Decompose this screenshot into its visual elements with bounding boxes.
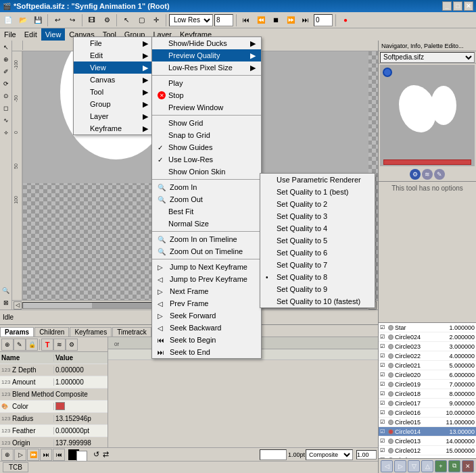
circle-list-item[interactable]: ☑Circle0215.000000 xyxy=(379,361,476,370)
open-button[interactable]: 📂 xyxy=(16,14,30,27)
circle-checkbox[interactable]: ☑ xyxy=(380,343,387,349)
rotate-icon[interactable]: ↺ xyxy=(93,450,99,459)
param-value[interactable]: Composite xyxy=(54,391,108,398)
tcb-tab[interactable]: TCB xyxy=(3,462,28,472)
circle-checkbox[interactable]: ☑ xyxy=(380,447,387,453)
nav-icon-3[interactable]: ✎ xyxy=(434,169,445,180)
minimize-button[interactable]: _ xyxy=(442,1,452,11)
circle-list-item[interactable]: ☑Circle0242.000000 xyxy=(379,332,476,342)
circle-list-item[interactable]: ☑Circle01215.000000 xyxy=(379,446,476,455)
menu-canvas[interactable]: Canvas xyxy=(65,28,98,41)
stop-button[interactable]: ⏹ xyxy=(269,14,283,27)
tab-ca[interactable]: Ca... xyxy=(183,327,207,337)
circle-checkbox[interactable]: ☑ xyxy=(380,353,387,359)
param-value[interactable]: 0.000000pt xyxy=(54,427,108,434)
canvas-tool-d[interactable]: ⏭ xyxy=(40,449,52,461)
nav-btn-left[interactable]: ◁ xyxy=(381,460,393,472)
circle-checkbox[interactable]: ☑ xyxy=(380,362,387,368)
canvas-tool-c[interactable]: ⏩ xyxy=(27,449,39,461)
settings-button[interactable]: ⚙ xyxy=(100,14,114,27)
circle-checkbox[interactable]: ☑ xyxy=(380,438,387,444)
transform-button[interactable]: ✛ xyxy=(149,14,163,27)
circle-checkbox[interactable]: ☑ xyxy=(380,372,387,378)
quality-input[interactable] xyxy=(214,14,233,26)
redo-button[interactable]: ↪ xyxy=(66,14,79,27)
circle-list-item[interactable]: ☑Circle0179.000000 xyxy=(379,399,476,408)
tool-3[interactable]: ✐ xyxy=(1,66,11,77)
maximize-button[interactable]: □ xyxy=(453,1,462,11)
circle-list-item[interactable]: ☑Circle0233.000000 xyxy=(379,342,476,351)
tab-params[interactable]: Params xyxy=(0,327,34,337)
prev-button[interactable]: ⏪ xyxy=(254,14,268,27)
nav-icon-1[interactable]: ⚙ xyxy=(410,169,421,180)
nav-btn-right[interactable]: ▷ xyxy=(394,460,406,472)
canvas-tool-a[interactable]: ⊕ xyxy=(1,449,14,461)
tool-4[interactable]: ⟳ xyxy=(1,78,11,89)
circle-list-item[interactable]: ☑Circle0197.000000 xyxy=(379,380,476,389)
tool-7[interactable]: ∿ xyxy=(1,115,11,126)
undo-button[interactable]: ↩ xyxy=(51,14,64,27)
circle-checkbox[interactable]: ☑ xyxy=(380,419,387,425)
nav-btn-copy[interactable]: ⧉ xyxy=(448,460,460,472)
param-value[interactable]: 137.999998 xyxy=(54,439,108,447)
circle-checkbox[interactable]: ☑ xyxy=(380,324,387,330)
arrow-tool-button[interactable]: ↖ xyxy=(120,14,133,27)
param-value[interactable]: 13.152946p xyxy=(54,415,108,422)
menu-edit[interactable]: Edit xyxy=(20,28,41,41)
nav-btn-add[interactable]: + xyxy=(435,460,447,472)
next-button[interactable]: ⏩ xyxy=(284,14,298,27)
canvas-tool-e[interactable]: ⏮ xyxy=(53,449,65,461)
save-button[interactable]: 💾 xyxy=(31,14,45,27)
play-button[interactable]: ⏮ xyxy=(239,14,253,27)
thickness-input[interactable] xyxy=(260,449,287,460)
params-tool-4[interactable]: T xyxy=(41,339,53,351)
swap-icon[interactable]: ⇄ xyxy=(103,450,109,459)
nav-scroll-indicator[interactable] xyxy=(383,159,471,165)
select-tool-button[interactable]: ▢ xyxy=(135,14,148,27)
param-value[interactable]: 0.000000 xyxy=(54,366,108,374)
params-tool-6[interactable]: ⚙ xyxy=(66,339,78,351)
title-controls[interactable]: _ □ ✕ xyxy=(442,1,473,11)
menu-file[interactable]: File xyxy=(0,28,20,41)
record-button[interactable]: ● xyxy=(339,14,352,27)
nav-icon-2[interactable]: ≋ xyxy=(422,169,433,180)
bg-color-box[interactable] xyxy=(76,451,87,462)
menu-group[interactable]: Group xyxy=(120,28,149,41)
canvas-tool-b[interactable]: ▷ xyxy=(14,449,26,461)
circle-list-item[interactable]: ☑Circle0206.000000 xyxy=(379,370,476,380)
close-button[interactable]: ✕ xyxy=(464,1,473,11)
blend-select[interactable]: Composite xyxy=(306,449,353,460)
circle-checkbox[interactable]: ☑ xyxy=(380,428,387,434)
circle-checkbox[interactable]: ☑ xyxy=(380,334,387,340)
new-button[interactable]: 📄 xyxy=(1,14,15,27)
tab-children[interactable]: Children xyxy=(34,327,69,337)
circle-list-item[interactable]: ☑Circle01511.000000 xyxy=(379,418,476,427)
params-tool-2[interactable]: ✎ xyxy=(14,339,26,351)
tool-8[interactable]: ⟡ xyxy=(1,127,11,138)
menu-view[interactable]: View xyxy=(41,28,66,41)
params-timeline[interactable]: 0f xyxy=(108,337,378,447)
menu-keyframe[interactable]: Keyframe xyxy=(176,28,216,41)
params-tool-1[interactable]: ⊕ xyxy=(1,339,14,351)
file-select[interactable]: Softpedia.sifz xyxy=(380,52,475,63)
tool-1[interactable]: ↖ xyxy=(1,42,11,53)
quality-select[interactable]: Low Res xyxy=(169,14,213,26)
tab-curves[interactable]: Curves xyxy=(152,327,183,337)
menu-tool[interactable]: Tool xyxy=(99,28,120,41)
nav-btn-up[interactable]: △ xyxy=(421,460,433,472)
circle-checkbox[interactable]: ☑ xyxy=(380,400,387,406)
end-button[interactable]: ⏭ xyxy=(299,14,312,27)
tab-timetrack[interactable]: Timetrack xyxy=(112,327,151,337)
render-button[interactable]: 🎞 xyxy=(85,14,99,27)
nav-thumbnail[interactable] xyxy=(380,65,475,166)
circle-list-item[interactable]: ☑Circle01413.00000 xyxy=(379,427,476,437)
h-scrollbar[interactable]: ◁ ▷ xyxy=(12,300,378,309)
tool-6[interactable]: ◻ xyxy=(1,103,11,114)
tab-keyframes[interactable]: Keyframes xyxy=(70,327,112,337)
circle-checkbox[interactable]: ☑ xyxy=(380,391,387,397)
circle-list-item[interactable]: ☑Circle0188.000000 xyxy=(379,389,476,399)
circle-checkbox[interactable]: ☑ xyxy=(380,409,387,416)
frame-input[interactable] xyxy=(314,14,333,26)
circle-list-item[interactable]: ☑Circle01610.000000 xyxy=(379,408,476,418)
menu-layer[interactable]: Layer xyxy=(149,28,176,41)
